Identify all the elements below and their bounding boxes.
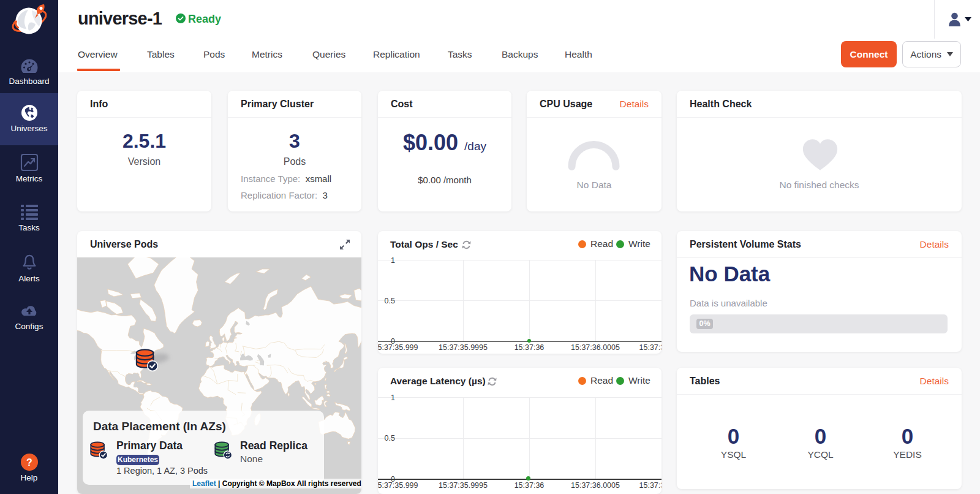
- svg-text:?: ?: [26, 457, 32, 468]
